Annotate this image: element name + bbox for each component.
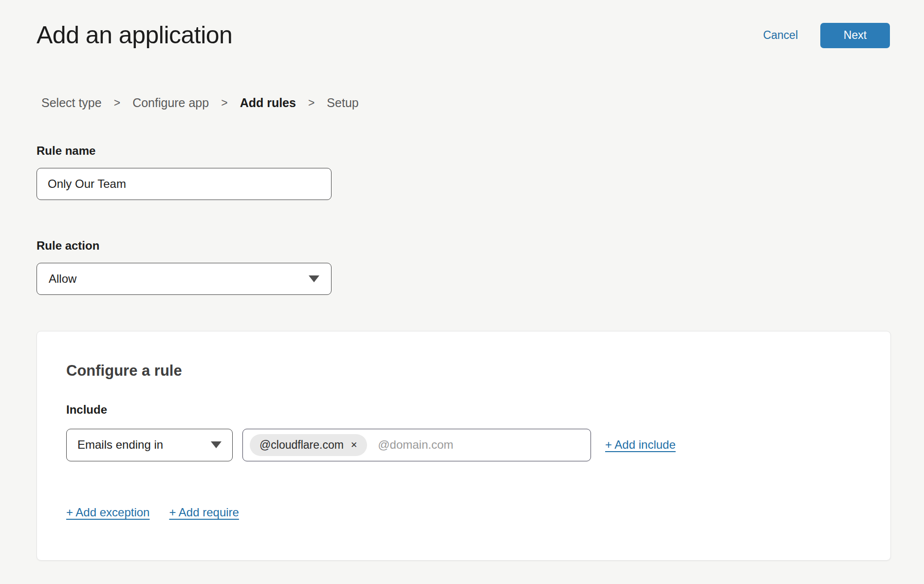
include-rule-row: Emails ending in @cloudflare.com ✕ + Add… — [66, 429, 861, 461]
add-exception-link[interactable]: + Add exception — [66, 505, 149, 520]
breadcrumb-separator: > — [221, 96, 227, 110]
cancel-button[interactable]: Cancel — [763, 29, 798, 42]
include-selector-value: Emails ending in — [77, 438, 163, 452]
next-button[interactable]: Next — [820, 23, 890, 48]
breadcrumb-step-setup: Setup — [327, 96, 358, 110]
top-bar: Add an application Cancel Next — [37, 0, 890, 51]
include-value-input[interactable]: @cloudflare.com ✕ — [242, 429, 591, 461]
email-domain-tag: @cloudflare.com ✕ — [250, 434, 367, 456]
add-include-link[interactable]: + Add include — [605, 438, 676, 452]
breadcrumb-separator: > — [308, 96, 314, 110]
chevron-down-icon — [309, 275, 319, 282]
rule-name-label: Rule name — [37, 144, 890, 158]
remove-tag-icon[interactable]: ✕ — [351, 441, 357, 449]
breadcrumb-step-add-rules[interactable]: Add rules — [240, 96, 296, 110]
rule-name-input[interactable] — [37, 168, 332, 200]
page-title: Add an application — [37, 19, 232, 51]
rule-action-label: Rule action — [37, 239, 890, 253]
rule-footer-links: + Add exception + Add require — [66, 505, 861, 520]
breadcrumb: Select type > Configure app > Add rules … — [41, 96, 890, 110]
include-selector-select[interactable]: Emails ending in — [66, 429, 233, 461]
domain-entry-input[interactable] — [377, 435, 584, 455]
email-domain-tag-label: @cloudflare.com — [259, 438, 344, 452]
configure-rule-card: Configure a rule Include Emails ending i… — [37, 331, 891, 561]
include-label: Include — [66, 403, 861, 417]
breadcrumb-step-select-type[interactable]: Select type — [41, 96, 102, 110]
breadcrumb-step-configure-app[interactable]: Configure app — [132, 96, 209, 110]
add-require-link[interactable]: + Add require — [169, 505, 239, 520]
breadcrumb-separator: > — [114, 96, 120, 110]
header-actions: Cancel Next — [763, 23, 890, 48]
add-application-page: Add an application Cancel Next Select ty… — [0, 0, 924, 561]
rule-action-selected-value: Allow — [49, 272, 76, 286]
chevron-down-icon — [211, 441, 222, 448]
rule-action-select[interactable]: Allow — [37, 263, 332, 295]
card-title: Configure a rule — [66, 362, 861, 380]
